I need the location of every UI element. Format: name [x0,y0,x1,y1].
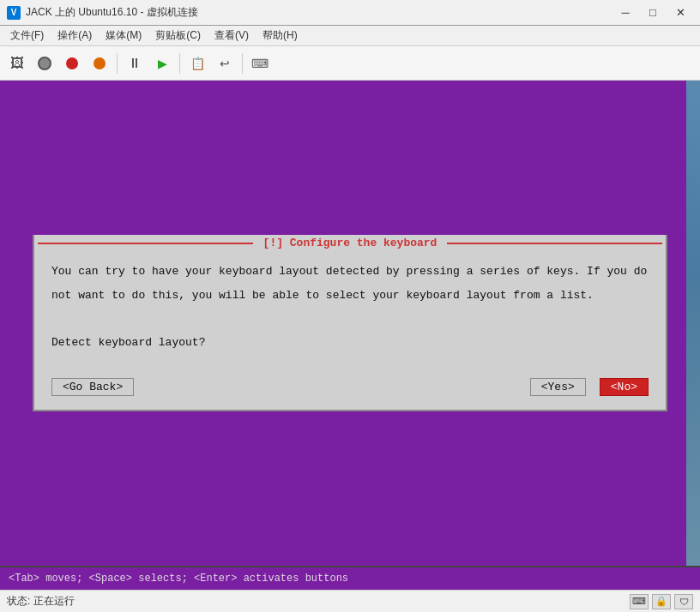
app-icon: V [7,6,21,20]
no-button[interactable]: <No> [600,378,649,396]
play-button[interactable]: ▶ [150,51,174,75]
dialog-configure-keyboard: [!] Configure the keyboard You can try t… [33,235,667,411]
window-controls: ─ □ ✕ [612,3,693,22]
right-strip [686,81,700,566]
dialog-text-line1: You can try to have your keyboard layout… [51,263,649,280]
status-label: 状态: [7,595,30,607]
dialog-title: [!] Configure the keyboard [256,237,444,249]
title-bar: V JACK 上的 Ubuntu16.10 - 虚拟机连接 ─ □ ✕ [0,0,700,26]
dialog-title-line-left [38,243,253,244]
menu-item-m[interactable]: 媒体(M) [99,27,148,45]
menu-item-v[interactable]: 查看(V) [208,27,256,45]
dialog-text-line3 [51,310,649,327]
dialog-text-line2: not want to do this, you will be able to… [51,287,649,304]
window-title: JACK 上的 Ubuntu16.10 - 虚拟机连接 [26,5,612,20]
toolbar-separator-1 [117,53,118,74]
dialog-body: You can try to have your keyboard layout… [34,249,666,371]
toolbar-separator-2 [179,53,180,74]
undo-button[interactable]: ↩ [213,51,237,75]
menu-item-c[interactable]: 剪贴板(C) [148,27,208,45]
bottom-instruction-text: <Tab> moves; <Space> selects; <Enter> ac… [9,573,348,585]
pause-button[interactable]: ⏸ [123,51,147,75]
toolbar-separator-3 [242,53,243,74]
close-button[interactable]: ✕ [667,3,693,22]
menu-item-f[interactable]: 文件(F) [3,27,51,45]
toolbar: 🖼 ⏸ ▶ 📋 ↩ ⌨ [0,46,700,81]
maximize-button[interactable]: □ [640,3,666,22]
menu-bar: 文件(F)操作(A)媒体(M)剪贴板(C)查看(V)帮助(H) [0,26,700,46]
lock-status-icon: 🔒 [652,594,671,609]
dialog-buttons: <Go Back> <Yes> <No> [34,371,666,410]
stop-button[interactable] [60,51,84,75]
dialog-title-row: [!] Configure the keyboard [34,237,666,249]
status-icons: ⌨ 🔒 🛡 [630,594,693,609]
action-button[interactable]: 📋 [185,51,209,75]
power-button[interactable] [88,51,112,75]
dialog-title-line-right [447,243,662,244]
go-back-button[interactable]: <Go Back> [51,378,134,396]
keyboard-status-icon: ⌨ [630,594,649,609]
keyboard-button[interactable]: ⌨ [248,51,272,75]
status-text: 状态: 正在运行 [7,594,630,609]
yes-button[interactable]: <Yes> [530,378,586,396]
status-value: 正在运行 [33,595,75,607]
menu-item-h[interactable]: 帮助(H) [256,27,305,45]
screenshot-button[interactable]: 🖼 [5,51,29,75]
status-bar: 状态: 正在运行 ⌨ 🔒 🛡 [0,590,700,612]
menu-item-a[interactable]: 操作(A) [51,27,99,45]
dialog-text-line4: Detect keyboard layout? [51,334,649,351]
minimize-button[interactable]: ─ [612,3,638,22]
bottom-instruction-bar: <Tab> moves; <Space> selects; <Enter> ac… [0,566,700,590]
vm-screen[interactable]: [!] Configure the keyboard You can try t… [0,81,700,566]
stop-circle-button[interactable] [33,51,57,75]
shield-status-icon: 🛡 [674,594,693,609]
